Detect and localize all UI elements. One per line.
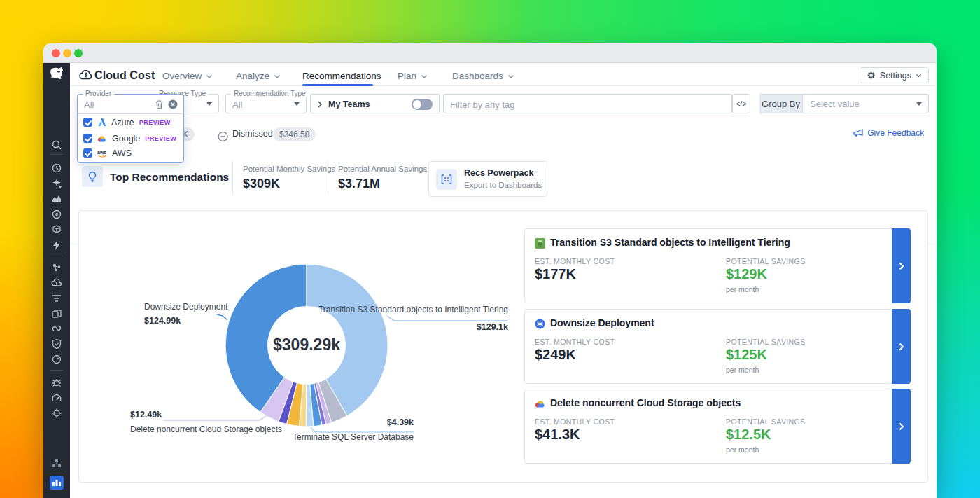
kubernetes-icon [535, 319, 545, 329]
slo-icon[interactable] [51, 354, 62, 365]
give-feedback-link[interactable]: Give Feedback [853, 128, 924, 138]
app-window: Cloud Cost Overview Analyze Recommendati… [43, 43, 937, 498]
section-title: Top Recommendations [110, 171, 229, 184]
svg-text:aws: aws [97, 150, 106, 155]
callout-s3: Transition S3 Standard objects to Intell… [277, 305, 508, 332]
my-teams-toggle[interactable] [412, 99, 433, 110]
tab-dashboards[interactable]: Dashboards [452, 71, 514, 81]
maximize-window-button[interactable] [74, 49, 83, 57]
organization-settings-icon[interactable] [51, 458, 62, 469]
powerpack-subtitle: Export to Dashboards [464, 181, 542, 189]
search-icon[interactable] [51, 139, 62, 151]
google-cloud-icon [97, 134, 107, 143]
metrics-icon[interactable] [51, 193, 62, 205]
open-recommendation-button[interactable] [892, 228, 911, 303]
chevron-down-icon [916, 102, 922, 106]
chevron-down-icon [421, 74, 428, 79]
provider-option-aws[interactable]: aws AWS [78, 146, 183, 162]
chevron-down-icon [206, 74, 213, 79]
security-icon[interactable] [51, 338, 62, 350]
provider-option-azure[interactable]: Azure PREVIEW [78, 114, 183, 130]
performance-icon[interactable] [51, 392, 62, 403]
logs-icon[interactable] [51, 293, 62, 304]
checkbox-checked[interactable] [83, 134, 92, 143]
apm-icon[interactable] [51, 262, 62, 273]
settings-label: Settings [880, 71, 911, 81]
lightbulb-icon [87, 171, 98, 182]
service-map-icon[interactable] [51, 323, 62, 334]
aws-icon: aws [97, 149, 107, 158]
chevron-right-icon [318, 101, 322, 108]
megaphone-icon [853, 129, 863, 138]
code-view-button[interactable]: </> [732, 94, 750, 113]
chevron-right-icon [899, 343, 904, 351]
my-teams-toggle-box[interactable]: My Teams [310, 94, 440, 113]
chevron-down-icon [294, 102, 300, 106]
divider [328, 161, 328, 195]
app-sidebar [43, 63, 70, 498]
recommendation-card[interactable]: Delete noncurrent Cloud Storage objects … [524, 389, 911, 464]
integrations-icon[interactable] [51, 224, 62, 235]
recommendation-card[interactable]: Downsize Deployment EST. MONTHLY COST $2… [524, 309, 911, 384]
my-teams-label: My Teams [328, 99, 370, 109]
error-tracking-icon[interactable] [51, 377, 62, 388]
recommendation-type-select[interactable]: Recommendation Type All [225, 94, 307, 113]
provider-filter-input[interactable]: Provider All [78, 95, 183, 114]
chevron-right-icon [899, 262, 904, 270]
trash-icon[interactable] [155, 99, 164, 109]
recommendation-card[interactable]: Transition S3 Standard objects to Intell… [524, 228, 911, 303]
tab-recommendations[interactable]: Recommendations [302, 71, 382, 81]
watchdog-icon[interactable] [51, 178, 62, 189]
chevron-down-icon [916, 74, 922, 78]
page-title: Cloud Cost [94, 69, 155, 82]
annual-savings-label: Potential Annual Savings [338, 165, 427, 173]
tab-plan[interactable]: Plan [398, 71, 428, 81]
synthetics-icon[interactable] [51, 408, 62, 419]
preview-badge: PREVIEW [145, 135, 176, 142]
dismissed-cost-chip[interactable]: $346.58 [273, 127, 316, 141]
recommendation-type-label: Recommendation Type [231, 90, 309, 97]
chevron-right-icon [899, 422, 904, 431]
annual-savings-value: $3.71M [338, 177, 380, 191]
gear-icon [867, 71, 876, 80]
open-recommendation-button[interactable] [892, 309, 911, 384]
group-by-select[interactable]: Group By Select value [759, 94, 929, 113]
checkbox-checked[interactable] [83, 148, 92, 158]
dismissed-label[interactable]: Dismissed [232, 129, 273, 143]
sidebar-divider [50, 256, 63, 256]
active-workspace-icon[interactable] [50, 476, 64, 490]
cloud-cost-app-icon [78, 68, 94, 82]
powerpack-title: Recs Powerpack [464, 168, 533, 178]
callout-terminate: $4.39k Terminate SQL Server Database [281, 417, 414, 442]
chevron-down-icon [507, 74, 514, 79]
clear-icon[interactable] [168, 99, 178, 109]
settings-button[interactable]: Settings [860, 67, 929, 83]
tab-overview[interactable]: Overview [162, 71, 213, 81]
callout-delete: $12.49k Delete noncurrent Cloud Storage … [130, 410, 282, 434]
provider-option-google[interactable]: Google PREVIEW [78, 130, 183, 146]
close-window-button[interactable] [52, 49, 60, 57]
minimize-window-button[interactable] [63, 49, 71, 57]
tag-filter-input[interactable]: Filter by any tag [443, 94, 732, 113]
google-cloud-icon [535, 399, 546, 408]
checkbox-checked[interactable] [83, 118, 92, 127]
recommendations-panel: $309.29k Downsize Deployment $124.99k Tr… [78, 210, 928, 483]
divider [232, 161, 233, 195]
open-recommendation-button[interactable] [892, 389, 911, 464]
aws-s3-icon [535, 238, 545, 249]
sidebar-divider [50, 370, 63, 371]
software-catalog-icon[interactable] [51, 308, 62, 319]
monthly-savings-label: Potential Monthly Savings [243, 165, 335, 173]
powerpack-icon [441, 174, 452, 184]
events-icon[interactable] [51, 240, 62, 251]
monitor-icon[interactable] [51, 209, 62, 220]
chevron-down-icon [206, 102, 212, 106]
datadog-logo-icon[interactable] [48, 66, 65, 83]
recs-powerpack-card[interactable]: Recs Powerpack Export to Dashboards [428, 161, 547, 197]
history-icon[interactable] [51, 162, 62, 174]
cloud-cost-icon[interactable] [51, 277, 62, 289]
provider-label: Provider [83, 90, 114, 97]
tag-filter-placeholder: Filter by any tag [450, 99, 515, 110]
callout-downsize: Downsize Deployment $124.99k [144, 302, 227, 326]
tab-analyze[interactable]: Analyze [236, 71, 281, 81]
